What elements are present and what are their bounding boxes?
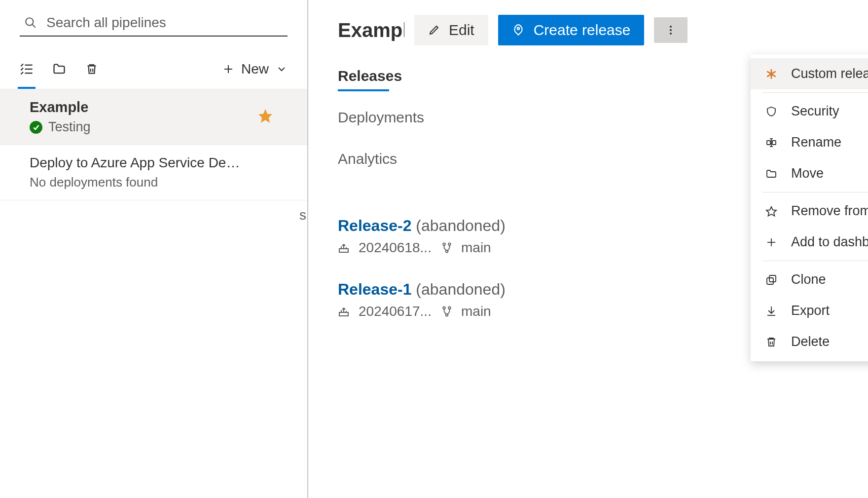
release-status: (abandoned): [416, 217, 505, 234]
release-status: (abandoned): [416, 280, 505, 298]
build-icon: [338, 242, 350, 254]
sidebar: New Example Testing: [0, 0, 308, 498]
menu-remove-favorite[interactable]: Remove from my favorites: [751, 195, 868, 227]
release-build: 20240618....: [359, 240, 433, 256]
release-build: 20240617....: [359, 304, 433, 319]
svg-point-9: [670, 26, 672, 28]
svg-rect-12: [339, 249, 348, 252]
create-release-label: Create release: [534, 22, 631, 38]
menu-label: Move: [791, 166, 824, 181]
context-menu: Custom release definition action Securit…: [751, 54, 868, 361]
menu-label: Delete: [791, 334, 830, 349]
trash-icon: [764, 335, 778, 349]
pipeline-list: Example Testing Deploy to Azure App Serv…: [0, 89, 307, 200]
menu-security[interactable]: Security: [751, 96, 868, 127]
plus-icon: [764, 235, 778, 249]
svg-point-0: [26, 18, 33, 25]
edit-button-label: Edit: [449, 22, 474, 38]
release-link[interactable]: Release-1: [338, 280, 411, 298]
menu-label: Remove from my favorites: [791, 203, 868, 219]
svg-marker-28: [766, 207, 776, 216]
star-icon[interactable]: [258, 109, 273, 125]
more-actions-button[interactable]: [654, 17, 687, 43]
pipeline-item[interactable]: Deploy to Azure App Service De… No deplo…: [0, 145, 307, 200]
menu-label: Clone: [791, 272, 826, 287]
pipeline-item[interactable]: Example Testing: [0, 89, 307, 145]
menu-label: Custom release definition action: [791, 66, 868, 81]
menu-move[interactable]: Move: [751, 158, 868, 189]
new-button[interactable]: New: [222, 61, 288, 77]
create-release-button[interactable]: Create release: [498, 15, 645, 45]
menu-export[interactable]: Export: [751, 295, 868, 326]
pipeline-status: No deployments found: [30, 175, 288, 190]
menu-label: Rename: [791, 135, 841, 150]
pipeline-status: Testing: [30, 119, 288, 135]
svg-point-13: [443, 243, 445, 245]
branch-icon: [441, 306, 452, 317]
success-icon: [30, 121, 42, 134]
pipeline-status-text: No deployments found: [30, 175, 158, 190]
cutoff-text: s: [299, 207, 306, 223]
folder-icon: [764, 167, 778, 181]
chevron-down-icon: [276, 63, 288, 75]
header: Example Edit Create release: [338, 15, 868, 45]
shield-icon: [764, 105, 778, 118]
menu-divider: [762, 92, 868, 93]
release-link[interactable]: Release-2: [338, 217, 411, 234]
kebab-icon: [665, 24, 677, 36]
download-icon: [764, 304, 778, 318]
rename-icon: [764, 136, 778, 150]
star-outline-icon: [764, 204, 778, 218]
release-branch: main: [461, 304, 491, 319]
svg-rect-16: [339, 312, 348, 316]
search-input[interactable]: [46, 15, 284, 31]
pipeline-status-text: Testing: [48, 119, 91, 135]
build-icon: [338, 306, 350, 317]
folder-icon[interactable]: [52, 62, 66, 76]
menu-add-dashboard[interactable]: Add to dashboard: [751, 227, 868, 258]
rocket-icon: [512, 24, 525, 37]
search-bar[interactable]: [20, 10, 288, 37]
svg-point-17: [443, 306, 445, 309]
svg-point-18: [448, 306, 451, 309]
svg-point-8: [517, 28, 519, 30]
new-button-label: New: [241, 61, 269, 77]
svg-line-1: [32, 24, 36, 28]
release-branch: main: [461, 240, 491, 256]
sidebar-toolbar: New: [20, 61, 288, 77]
menu-label: Add to dashboard: [791, 234, 868, 250]
branch-icon: [441, 242, 452, 253]
svg-rect-32: [767, 278, 773, 284]
svg-point-14: [448, 243, 451, 245]
svg-rect-31: [769, 275, 776, 282]
menu-clone[interactable]: Clone: [751, 264, 868, 295]
svg-point-11: [670, 33, 672, 35]
svg-point-10: [670, 29, 672, 31]
trash-icon[interactable]: [85, 62, 99, 76]
pipeline-name: Example: [30, 99, 288, 115]
menu-delete[interactable]: Delete: [751, 326, 868, 357]
page-title: Example: [338, 19, 404, 41]
search-icon: [24, 16, 37, 30]
menu-custom-action[interactable]: Custom release definition action: [751, 58, 868, 89]
pencil-icon: [428, 24, 440, 36]
list-view-icon[interactable]: [20, 62, 34, 76]
menu-label: Security: [791, 104, 839, 119]
plus-icon: [222, 63, 234, 75]
svg-rect-23: [767, 141, 770, 145]
main-panel: s Example Edit Create release Releases D…: [308, 0, 868, 498]
edit-button[interactable]: Edit: [414, 15, 488, 45]
svg-rect-24: [772, 141, 776, 145]
svg-marker-7: [259, 110, 272, 122]
menu-rename[interactable]: Rename: [751, 127, 868, 158]
pipeline-name: Deploy to Azure App Service De…: [30, 155, 288, 171]
asterisk-icon: [764, 67, 778, 81]
menu-label: Export: [791, 303, 830, 318]
copy-icon: [764, 273, 778, 287]
menu-divider: [762, 261, 868, 261]
menu-divider: [762, 192, 868, 192]
